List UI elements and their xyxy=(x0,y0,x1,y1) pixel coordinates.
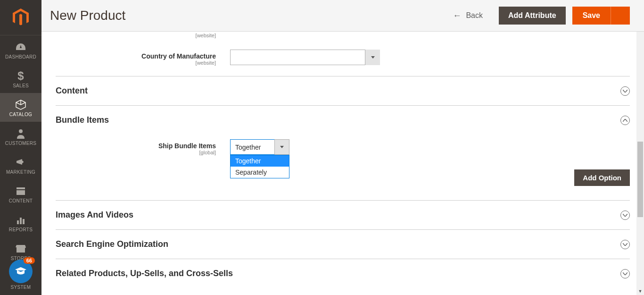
nav-catalog[interactable]: CATALOG xyxy=(0,93,41,122)
box-icon xyxy=(16,99,26,111)
save-dropdown-toggle[interactable] xyxy=(611,7,630,25)
section-title: Related Products, Up-Sells, and Cross-Se… xyxy=(56,269,233,278)
collapse-toggle[interactable] xyxy=(620,269,630,278)
section-content-header[interactable]: Content xyxy=(41,76,644,105)
layout-icon xyxy=(16,185,25,197)
nav-marketing[interactable]: MARKETING xyxy=(0,151,41,179)
nav-dashboard[interactable]: DASHBOARD xyxy=(0,35,41,64)
page-header: New Product ← Back Add Attribute Save xyxy=(41,0,644,32)
dropdown-option-together[interactable]: Together xyxy=(231,155,289,167)
add-option-button[interactable]: Add Option xyxy=(574,169,630,186)
field-label: Country of Manufacture xyxy=(141,52,216,60)
field-label: Ship Bundle Items xyxy=(158,142,216,150)
field-label-wrap: Country of Manufacture website xyxy=(56,50,230,66)
page-title: New Product xyxy=(50,8,125,23)
dashboard-icon xyxy=(15,41,26,53)
section-title: Bundle Items xyxy=(56,115,109,125)
country-of-manufacture-row: Country of Manufacture website xyxy=(41,38,644,76)
ship-bundle-row: Ship Bundle Items global Together Togeth… xyxy=(56,130,630,169)
scope-label: website xyxy=(56,33,230,38)
arrow-left-icon: ← xyxy=(453,11,461,21)
help-badge-count: 66 xyxy=(24,257,35,264)
magento-logo[interactable] xyxy=(0,0,41,35)
person-icon xyxy=(17,127,25,140)
section-seo-header[interactable]: Search Engine Optimization xyxy=(41,230,644,259)
chevron-down-icon xyxy=(623,90,627,93)
field-control xyxy=(230,50,630,67)
add-option-row: Add Option xyxy=(56,169,630,186)
main-content: New Product ← Back Add Attribute Save we… xyxy=(41,0,644,295)
page-scrollbar[interactable]: ▲ ▼ xyxy=(636,0,644,295)
select-display[interactable] xyxy=(230,50,380,65)
nav-customers[interactable]: CUSTOMERS xyxy=(0,122,41,151)
nav-label: SYSTEM xyxy=(11,285,31,290)
select-toggle[interactable] xyxy=(274,139,289,155)
back-button[interactable]: ← Back xyxy=(453,11,483,21)
dropdown-option-separately[interactable]: Separately xyxy=(231,167,289,178)
nav-label: MARKETING xyxy=(6,169,35,175)
collapse-toggle[interactable] xyxy=(620,240,630,249)
megaphone-icon xyxy=(16,156,26,169)
svg-rect-4 xyxy=(20,218,22,224)
nav-label: CONTENT xyxy=(9,198,33,203)
add-attribute-button[interactable]: Add Attribute xyxy=(499,7,566,25)
previous-field-scope-row: website xyxy=(41,32,644,38)
svg-rect-5 xyxy=(23,219,25,224)
save-button[interactable]: Save xyxy=(572,7,611,25)
section-related-header[interactable]: Related Products, Up-Sells, and Cross-Se… xyxy=(41,259,644,282)
nav-sales[interactable]: $ SALES xyxy=(0,64,41,93)
collapse-toggle[interactable] xyxy=(620,211,630,220)
bundle-body: Ship Bundle Items global Together Togeth… xyxy=(41,130,644,200)
back-label: Back xyxy=(466,11,483,20)
nav-label: DASHBOARD xyxy=(5,54,36,59)
svg-point-0 xyxy=(19,129,23,133)
chevron-down-icon xyxy=(371,56,375,59)
ship-bundle-select[interactable]: Together Together Separately xyxy=(230,139,289,155)
collapse-toggle[interactable] xyxy=(620,116,630,125)
nav-label: REPORTS xyxy=(9,227,33,232)
chevron-down-icon xyxy=(623,272,627,275)
select-toggle[interactable] xyxy=(365,50,380,65)
form-content: website Country of Manufacture website xyxy=(41,32,644,295)
bars-icon xyxy=(16,214,25,226)
nav-content[interactable]: CONTENT xyxy=(0,179,41,208)
section-images-header[interactable]: Images And Videos xyxy=(41,201,644,229)
storefront-icon xyxy=(16,243,26,255)
graduation-cap-icon xyxy=(15,265,27,278)
magento-logo-icon xyxy=(13,8,29,26)
field-label-wrap: Ship Bundle Items global xyxy=(56,139,230,155)
section-title: Content xyxy=(56,86,88,96)
scroll-down-arrow[interactable]: ▼ xyxy=(636,287,644,295)
section-title: Search Engine Optimization xyxy=(56,239,168,249)
save-button-group: Save xyxy=(572,7,630,25)
nav-reports[interactable]: REPORTS xyxy=(0,208,41,237)
svg-rect-3 xyxy=(17,220,19,224)
collapse-toggle[interactable] xyxy=(620,86,630,96)
chevron-down-icon xyxy=(623,214,627,217)
section-title: Images And Videos xyxy=(56,210,133,220)
scroll-thumb[interactable] xyxy=(637,142,643,217)
nav-label: CATALOG xyxy=(9,112,32,117)
admin-sidebar: DASHBOARD $ SALES CATALOG CUSTOMERS MARK… xyxy=(0,0,41,295)
chevron-up-icon xyxy=(623,119,627,122)
field-control: Together Together Separately xyxy=(230,139,630,155)
svg-rect-1 xyxy=(17,187,25,189)
dollar-icon: $ xyxy=(17,70,24,82)
nav-label: CUSTOMERS xyxy=(5,141,36,146)
country-select[interactable] xyxy=(230,50,380,65)
ship-bundle-dropdown: Together Separately xyxy=(230,155,289,178)
nav-label: SALES xyxy=(13,83,29,88)
help-bubble[interactable]: 66 xyxy=(9,260,33,283)
chevron-down-icon xyxy=(280,146,284,148)
field-scope: global xyxy=(56,150,216,155)
field-scope: website xyxy=(56,60,216,66)
svg-rect-2 xyxy=(17,190,25,195)
section-bundle-header[interactable]: Bundle Items xyxy=(41,106,644,130)
header-actions: ← Back Add Attribute Save xyxy=(453,7,630,25)
chevron-down-icon xyxy=(623,243,627,246)
